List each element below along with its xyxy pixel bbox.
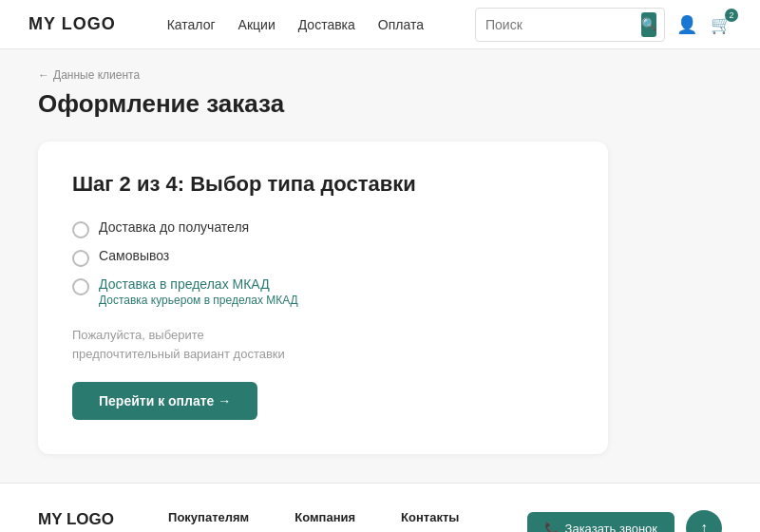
search-box: 🔍: [475, 8, 665, 42]
header-right: 🔍 👤 🛒 2: [475, 8, 732, 42]
header-icons: 👤 🛒 2: [676, 14, 732, 35]
radio-2: [72, 250, 89, 267]
logo: MY LOGO: [28, 14, 116, 34]
delivery-option-3-label: Доставка в пределах МКАД: [99, 276, 298, 292]
up-icon: ↑: [700, 520, 708, 532]
footer-logo: MY LOGO: [38, 510, 114, 529]
hint-line2: предпочтительный вариант доставки: [72, 347, 285, 361]
footer-col-company: Компания Блог Контакты: [294, 510, 355, 532]
cart-icon[interactable]: 🛒 2: [711, 14, 732, 35]
breadcrumb-link[interactable]: Данные клиента: [53, 68, 140, 82]
delivery-option-2-label: Самовывоз: [99, 248, 169, 263]
delivery-option-3[interactable]: Доставка в пределах МКАД Доставка курьер…: [72, 276, 574, 307]
nav-catalog[interactable]: Каталог: [167, 17, 216, 32]
footer-actions: 📞 Заказать звонок ↑: [527, 510, 722, 532]
search-button[interactable]: 🔍: [641, 12, 656, 37]
breadcrumb: ← Данные клиента: [38, 68, 722, 82]
search-icon: 🔍: [641, 17, 656, 31]
delivery-option-2[interactable]: Самовывоз: [72, 248, 574, 267]
footer-col-company-title: Компания: [294, 510, 355, 524]
delivery-option-1-label: Доставка до получателя: [99, 219, 249, 235]
footer: MY LOGO Покупателям Акции Оплата Доставк…: [0, 483, 760, 532]
radio-1: [72, 221, 89, 238]
footer-col-buyers: Покупателям Акции Оплата Доставка: [168, 510, 249, 532]
proceed-button[interactable]: Перейти к оплате →: [72, 382, 257, 420]
user-icon[interactable]: 👤: [676, 14, 697, 35]
footer-cols: Покупателям Акции Оплата Доставка Компан…: [168, 510, 472, 532]
hint-text: Пожалуйста, выберите предпочтительный ва…: [72, 326, 574, 363]
delivery-option-3-sublabel: Доставка курьером в пределах МКАД: [99, 294, 298, 307]
delivery-options: Доставка до получателя Самовывоз Доставк…: [72, 219, 574, 307]
delivery-option-1[interactable]: Доставка до получателя: [72, 219, 574, 238]
search-input[interactable]: [485, 17, 637, 32]
footer-col-buyers-title: Покупателям: [168, 510, 249, 524]
footer-col-contacts: Контакты МойБизнес2 YouTube Вконтакте: [401, 510, 472, 532]
page-title: Оформление заказа: [38, 89, 722, 119]
header: MY LOGO Каталог Акции Доставка Оплата 🔍 …: [0, 0, 760, 49]
checkout-card: Шаг 2 из 4: Выбор типа доставки Доставка…: [38, 142, 608, 454]
cart-badge: 2: [725, 9, 738, 22]
radio-3: [72, 278, 89, 295]
footer-col-contacts-title: Контакты: [401, 510, 472, 524]
step-title: Шаг 2 из 4: Выбор типа доставки: [72, 172, 574, 197]
nav-payment[interactable]: Оплата: [378, 17, 424, 32]
phone-icon: 📞: [544, 522, 560, 533]
main-content: ← Данные клиента Оформление заказа Шаг 2…: [0, 49, 760, 483]
call-button-label: Заказать звонок: [565, 522, 657, 533]
call-button[interactable]: 📞 Заказать звонок: [527, 512, 674, 533]
nav-promotions[interactable]: Акции: [238, 17, 276, 32]
nav-delivery[interactable]: Доставка: [298, 17, 355, 32]
hint-line1: Пожалуйста, выберите: [72, 328, 204, 342]
back-arrow: ←: [38, 68, 49, 82]
nav: Каталог Акции Доставка Оплата: [167, 17, 424, 32]
scroll-up-button[interactable]: ↑: [686, 510, 722, 532]
